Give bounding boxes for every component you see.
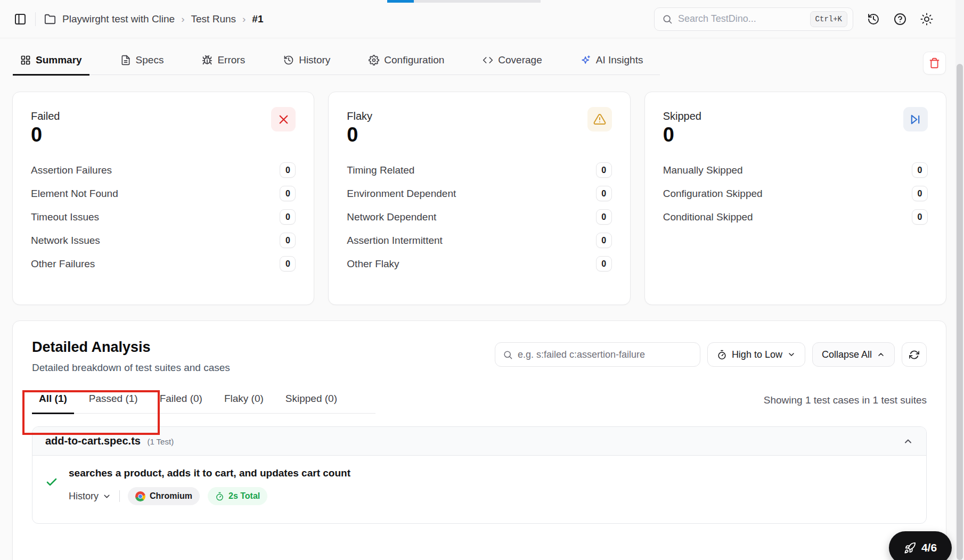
- refresh-button[interactable]: [902, 342, 927, 367]
- breakdown-row: Network Dependent0: [347, 209, 611, 225]
- failed-card-title: Failed: [31, 107, 60, 122]
- search-icon: [503, 350, 513, 360]
- breadcrumb-separator: ›: [242, 13, 246, 25]
- breakdown-row: Assertion Intermittent0: [347, 233, 611, 248]
- breakdown-row: Environment Dependent0: [347, 186, 611, 201]
- row-label: Element Not Found: [31, 188, 118, 200]
- suite-name: add-to-cart.spec.ts: [45, 435, 141, 447]
- tab-specs[interactable]: Specs: [113, 48, 171, 75]
- theme-toggle-button[interactable]: [920, 13, 933, 26]
- onboarding-progress-pill[interactable]: 4/6: [889, 531, 952, 560]
- history-button[interactable]: [867, 13, 880, 26]
- chevron-down-icon: [102, 492, 111, 501]
- tab-label: Errors: [217, 54, 245, 66]
- row-count-badge: 0: [596, 256, 612, 271]
- sidebar-toggle-button[interactable]: [14, 13, 27, 26]
- app-header: Playwirght test with Cline › Test Runs ›…: [0, 0, 955, 38]
- row-count-badge: 0: [280, 256, 296, 271]
- filter-tab-passed[interactable]: Passed (1): [82, 388, 145, 413]
- row-count-badge: 0: [280, 186, 296, 201]
- browser-badge-label: Chromium: [150, 491, 192, 501]
- row-label: Conditional Skipped: [663, 211, 753, 223]
- test-case-title[interactable]: searches a product, adds it to cart, and…: [69, 467, 350, 479]
- skipped-card-count: 0: [663, 123, 701, 146]
- breakdown-row: Other Flaky0: [347, 256, 611, 271]
- suite-test-count: (1 Test): [147, 437, 174, 446]
- history-clock-icon: [867, 13, 880, 26]
- row-count-badge: 0: [596, 209, 612, 225]
- panel-left-icon: [14, 13, 27, 26]
- row-count-badge: 0: [912, 209, 928, 225]
- filter-tab-flaky[interactable]: Flaky (0): [217, 388, 271, 413]
- row-label: Assertion Intermittent: [347, 235, 443, 246]
- row-count-badge: 0: [912, 162, 928, 178]
- row-label: Network Issues: [31, 235, 100, 246]
- scrollbar-thumb[interactable]: [957, 64, 963, 560]
- tab-ai-insights[interactable]: AI Insights: [573, 48, 651, 75]
- breakdown-row: Assertion Failures0: [31, 162, 296, 178]
- run-tabbar: Summary Specs Errors History Configurati…: [13, 48, 660, 75]
- breadcrumb-test-runs[interactable]: Test Runs: [191, 13, 236, 25]
- global-search[interactable]: Ctrl+K: [654, 7, 853, 31]
- breadcrumb-project[interactable]: Playwirght test with Cline: [62, 13, 175, 25]
- tab-configuration[interactable]: Configuration: [361, 48, 452, 75]
- row-label: Other Failures: [31, 258, 95, 270]
- tab-summary[interactable]: Summary: [13, 48, 89, 75]
- tab-label: Coverage: [498, 54, 542, 66]
- row-label: Other Flaky: [347, 258, 399, 270]
- row-label: Configuration Skipped: [663, 188, 763, 200]
- search-shortcut-badge: Ctrl+K: [810, 11, 847, 27]
- filter-tab-failed[interactable]: Failed (0): [153, 388, 209, 413]
- scrollbar-track[interactable]: [955, 0, 964, 560]
- suite-header[interactable]: add-to-cart.spec.ts (1 Test): [32, 427, 926, 456]
- row-count-badge: 0: [596, 162, 612, 178]
- row-count-badge: 0: [596, 233, 612, 248]
- browser-badge: Chromium: [128, 487, 200, 505]
- analysis-search[interactable]: [495, 342, 700, 367]
- timer-icon: [215, 492, 224, 501]
- meta-divider: [119, 490, 120, 502]
- help-button[interactable]: [894, 13, 906, 26]
- breakdown-row: Element Not Found0: [31, 186, 296, 201]
- row-label: Timeout Issues: [31, 211, 99, 223]
- global-search-input[interactable]: [678, 13, 805, 24]
- x-icon: [271, 107, 296, 131]
- test-history-dropdown[interactable]: History: [69, 491, 111, 502]
- row-label: Network Dependent: [347, 211, 436, 223]
- chromium-icon: [135, 491, 145, 501]
- breadcrumb: Playwirght test with Cline › Test Runs ›…: [44, 13, 263, 25]
- tab-label: Specs: [136, 54, 164, 66]
- filter-tab-all[interactable]: All (1): [32, 388, 74, 413]
- tab-label: History: [299, 54, 330, 66]
- flaky-card: Flaky 0 Timing Related0 Environment Depe…: [328, 92, 630, 305]
- sort-dropdown[interactable]: High to Low: [707, 342, 805, 367]
- collapse-all-label: Collapse All: [822, 349, 872, 360]
- bug-icon: [202, 55, 213, 65]
- search-icon: [662, 14, 673, 24]
- delete-run-button[interactable]: [923, 52, 946, 75]
- chevron-up-icon[interactable]: [903, 436, 913, 447]
- skipped-card-title: Skipped: [663, 107, 701, 122]
- test-suite-card: add-to-cart.spec.ts (1 Test) searches a …: [32, 426, 927, 524]
- breakdown-row: Conditional Skipped0: [663, 209, 928, 225]
- rocket-icon: [904, 542, 916, 554]
- failed-card: Failed 0 Assertion Failures0 Element Not…: [12, 92, 314, 305]
- chevron-down-icon: [787, 350, 796, 359]
- passed-check-icon: [45, 476, 58, 505]
- test-history-label: History: [69, 491, 99, 502]
- sun-icon: [920, 13, 933, 26]
- code-icon: [483, 55, 493, 65]
- tab-history[interactable]: History: [276, 48, 338, 75]
- filter-tab-skipped[interactable]: Skipped (0): [279, 388, 344, 413]
- onboarding-progress-label: 4/6: [921, 541, 937, 554]
- refresh-icon: [909, 350, 919, 360]
- breakdown-row: Network Issues0: [31, 233, 296, 248]
- panel-subtitle: Detailed breakdown of test suites and ca…: [32, 362, 230, 374]
- collapse-all-button[interactable]: Collapse All: [812, 342, 895, 367]
- analysis-search-input[interactable]: [518, 349, 692, 360]
- row-label: Assertion Failures: [31, 164, 112, 176]
- tab-label: AI Insights: [596, 54, 643, 66]
- tab-coverage[interactable]: Coverage: [475, 48, 549, 75]
- filter-tabs: All (1) Passed (1) Failed (0) Flaky (0) …: [32, 388, 375, 414]
- tab-errors[interactable]: Errors: [194, 48, 252, 75]
